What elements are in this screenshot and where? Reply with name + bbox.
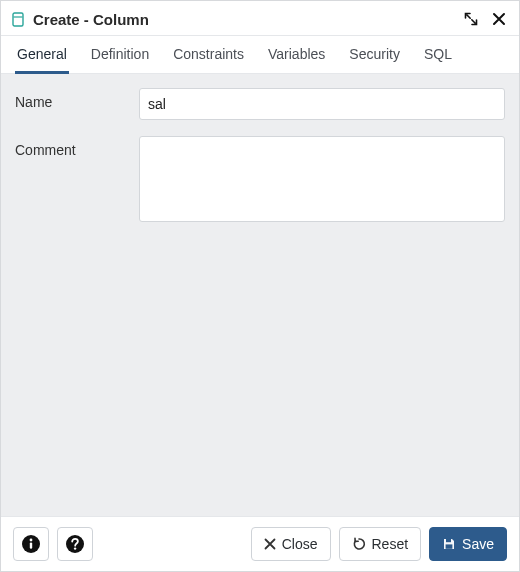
tab-definition[interactable]: Definition bbox=[89, 36, 151, 74]
row-comment: Comment bbox=[15, 136, 505, 225]
reset-button[interactable]: Reset bbox=[339, 527, 422, 561]
reset-icon bbox=[352, 537, 366, 551]
tab-bar: General Definition Constraints Variables… bbox=[1, 36, 519, 74]
label-name: Name bbox=[15, 88, 125, 110]
svg-point-3 bbox=[30, 539, 33, 542]
row-name: Name bbox=[15, 88, 505, 120]
tab-general[interactable]: General bbox=[15, 36, 69, 74]
expand-icon bbox=[464, 12, 478, 26]
control-name bbox=[139, 88, 505, 120]
tab-sql[interactable]: SQL bbox=[422, 36, 454, 74]
close-dialog-button[interactable] bbox=[489, 9, 509, 29]
help-button[interactable] bbox=[57, 527, 93, 561]
titlebar: Create - Column bbox=[1, 1, 519, 36]
svg-rect-0 bbox=[13, 13, 23, 26]
svg-rect-7 bbox=[446, 539, 451, 542]
save-button[interactable]: Save bbox=[429, 527, 507, 561]
tab-variables[interactable]: Variables bbox=[266, 36, 327, 74]
maximize-button[interactable] bbox=[461, 9, 481, 29]
close-icon bbox=[492, 12, 506, 26]
tab-security[interactable]: Security bbox=[347, 36, 402, 74]
svg-point-6 bbox=[74, 547, 76, 549]
close-button-label: Close bbox=[282, 536, 318, 552]
svg-rect-8 bbox=[446, 544, 453, 548]
save-button-label: Save bbox=[462, 536, 494, 552]
dialog-footer: Close Reset Save bbox=[1, 516, 519, 571]
comment-input[interactable] bbox=[139, 136, 505, 222]
dialog-title: Create - Column bbox=[33, 11, 149, 28]
info-button[interactable] bbox=[13, 527, 49, 561]
name-input[interactable] bbox=[139, 88, 505, 120]
close-button[interactable]: Close bbox=[251, 527, 331, 561]
help-icon bbox=[65, 534, 85, 554]
tab-constraints[interactable]: Constraints bbox=[171, 36, 246, 74]
tab-panel-general: Name Comment bbox=[1, 74, 519, 516]
reset-button-label: Reset bbox=[372, 536, 409, 552]
svg-rect-4 bbox=[30, 542, 32, 548]
control-comment bbox=[139, 136, 505, 225]
column-icon bbox=[11, 11, 25, 27]
info-icon bbox=[21, 534, 41, 554]
label-comment: Comment bbox=[15, 136, 125, 158]
x-icon bbox=[264, 538, 276, 550]
save-icon bbox=[442, 537, 456, 551]
dialog-create-column: Create - Column General Definition Const… bbox=[0, 0, 520, 572]
